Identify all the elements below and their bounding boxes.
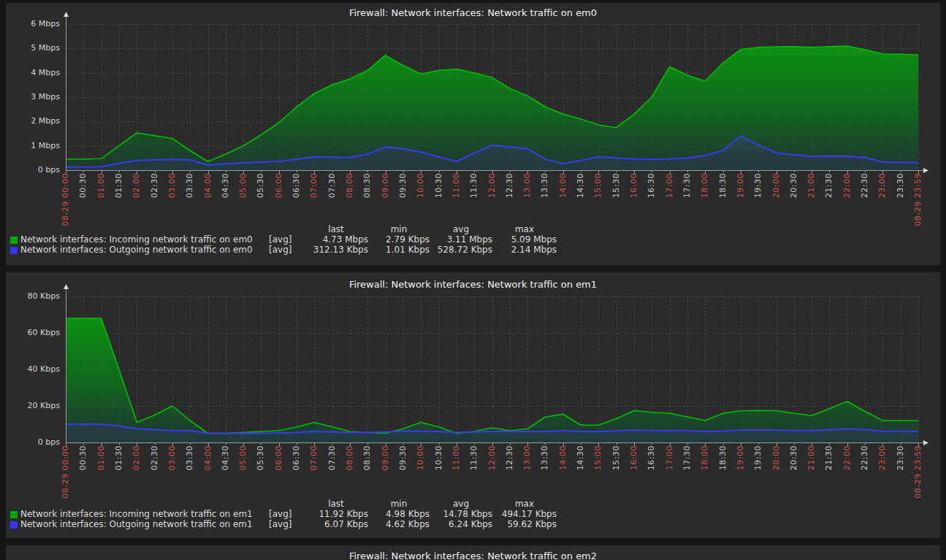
x-axis-label: 18:00 <box>700 173 710 198</box>
x-axis-label: 13:30 <box>540 173 550 198</box>
x-axis-label: 02:30 <box>150 173 160 198</box>
legend-header-last: last <box>304 499 368 509</box>
x-axis-label: 08-29 23:59 <box>913 173 923 226</box>
series-min: 4.62 Kbps <box>368 519 430 529</box>
series-max: 2.14 Mbps <box>492 245 557 255</box>
x-axis-label: 01:30 <box>114 445 124 470</box>
x-axis-label: 16:00 <box>629 173 639 198</box>
x-axis-label: 08-29 23:59 <box>913 445 923 499</box>
x-axis-label: 11:00 <box>451 173 462 198</box>
series-min: 1.01 Kbps <box>368 245 430 255</box>
x-axis-label: 09:00 <box>381 445 391 470</box>
x-axis-label: 08-29 00:00 <box>61 173 71 226</box>
legend-header-min: min <box>368 224 430 234</box>
x-axis-label: 14:30 <box>576 173 586 198</box>
x-axis-label: 20:30 <box>789 173 799 198</box>
x-axis-label: 09:00 <box>381 173 391 198</box>
x-axis-label: 15:00 <box>593 445 603 470</box>
x-axis-label: 14:00 <box>558 173 568 198</box>
series-name: Network interfaces: Incoming network tra… <box>20 234 269 245</box>
x-axis-label: 13:00 <box>522 173 533 198</box>
x-axis-label: 14:00 <box>558 445 568 470</box>
x-axis-label: 00:30 <box>78 173 88 198</box>
legend-row-incoming: Network interfaces: Incoming network tra… <box>10 509 557 519</box>
series-swatch-outgoing-icon <box>10 521 18 529</box>
graph-plot-em1[interactable]: 80 Kbps60 Kbps40 Kbps20 Kbps0 bps08-29 0… <box>66 291 918 442</box>
x-axis-label: 04:30 <box>221 173 231 198</box>
x-axis-label: 10:30 <box>434 445 444 470</box>
x-axis-label: 09:30 <box>398 445 408 470</box>
graph-canvas[interactable] <box>66 291 918 442</box>
x-axis-label: 21:00 <box>806 445 817 470</box>
x-axis-label: 13:00 <box>522 445 533 470</box>
legend-header-max: max <box>492 499 557 509</box>
x-axis-label: 03:00 <box>167 173 178 198</box>
x-axis-label: 18:30 <box>718 173 728 198</box>
series-max: 59.62 Kbps <box>492 519 557 529</box>
x-axis-label: 20:00 <box>771 173 782 198</box>
x-axis-label: 16:30 <box>646 445 657 470</box>
graph-title-em1: Firewall: Network interfaces: Network tr… <box>6 279 940 290</box>
x-axis-label: 17:00 <box>665 445 675 470</box>
series-name: Network interfaces: Outgoing network tra… <box>20 245 269 255</box>
series-fn: [avg] <box>269 245 304 255</box>
x-axis-label: 04:00 <box>203 173 213 198</box>
legend-row-outgoing: Network interfaces: Outgoing network tra… <box>10 519 557 529</box>
x-axis-label: 03:00 <box>167 445 178 470</box>
series-min: 2.79 Kbps <box>368 234 430 245</box>
series-last: 6.07 Kbps <box>304 519 368 529</box>
x-axis-label: 04:00 <box>203 445 213 470</box>
x-axis-label: 07:00 <box>309 445 319 470</box>
legend-header-row: last min avg max <box>10 224 557 234</box>
x-axis-label: 06:30 <box>291 173 302 198</box>
series-avg: 3.11 Mbps <box>430 234 492 245</box>
x-axis-label: 23:00 <box>877 173 888 198</box>
x-axis-label: 15:30 <box>611 445 622 470</box>
x-axis-label: 22:30 <box>860 173 870 198</box>
graph-canvas[interactable] <box>66 18 918 170</box>
x-axis-label: 12:30 <box>505 173 515 198</box>
x-axis-label: 17:30 <box>682 173 693 198</box>
x-axis-label: 08-29 00:00 <box>61 445 71 499</box>
x-axis-label: 07:30 <box>327 445 337 470</box>
series-name: Network interfaces: Incoming network tra… <box>20 509 269 519</box>
x-axis-label: 19:30 <box>753 173 763 198</box>
x-axis-label: 06:30 <box>291 445 302 470</box>
series-max: 494.17 Kbps <box>492 509 557 519</box>
series-last: 11.92 Kbps <box>304 509 368 519</box>
x-axis-label: 22:30 <box>860 445 870 470</box>
series-swatch-outgoing-icon <box>10 247 18 254</box>
x-axis-labels: 08-29 00:0000:3001:0001:3002:0002:3003:0… <box>66 173 918 226</box>
graph-plot-em0[interactable]: 6 Mbps5 Mbps4 Mbps3 Mbps2 Mbps1 Mbps0 bp… <box>66 18 918 170</box>
y-axis-label: 40 Kbps <box>18 364 60 375</box>
x-axis-label: 10:00 <box>416 445 426 470</box>
y-axis-label: 60 Kbps <box>18 328 60 338</box>
x-axis-label: 02:30 <box>150 445 160 470</box>
y-axis-label: 4 Mbps <box>18 68 60 78</box>
x-axis-label: 07:30 <box>327 173 337 198</box>
graph-title-em0: Firewall: Network interfaces: Network tr… <box>6 7 940 18</box>
series-last: 312.13 Kbps <box>304 245 368 255</box>
x-axis-label: 19:30 <box>753 445 763 470</box>
y-axis-label: 5 Mbps <box>18 43 60 53</box>
x-axis-label: 18:00 <box>700 445 710 470</box>
y-axis-label: 0 bps <box>18 437 60 448</box>
x-axis-label: 12:00 <box>487 445 497 470</box>
series-swatch-incoming-icon <box>10 237 18 244</box>
x-axis-label: 17:30 <box>682 445 693 470</box>
x-axis-label: 16:30 <box>646 173 657 198</box>
y-axis-label: 6 Mbps <box>18 19 60 29</box>
series-min: 4.98 Kbps <box>368 509 430 519</box>
legend-header-last: last <box>304 224 368 234</box>
x-axis-label: 21:30 <box>824 173 834 198</box>
x-axis-label: 19:00 <box>736 173 746 198</box>
legend-header-avg: avg <box>430 224 492 234</box>
x-axis-label: 11:30 <box>469 173 479 198</box>
x-axis-label: 01:00 <box>96 173 107 198</box>
x-axis-label: 10:00 <box>416 173 426 198</box>
y-axis-label: 20 Kbps <box>18 401 60 411</box>
x-axis-label: 01:00 <box>96 445 107 470</box>
x-axis-label: 15:00 <box>593 173 603 198</box>
x-axis-label: 07:00 <box>309 173 319 198</box>
x-axis-label: 19:00 <box>736 445 746 470</box>
